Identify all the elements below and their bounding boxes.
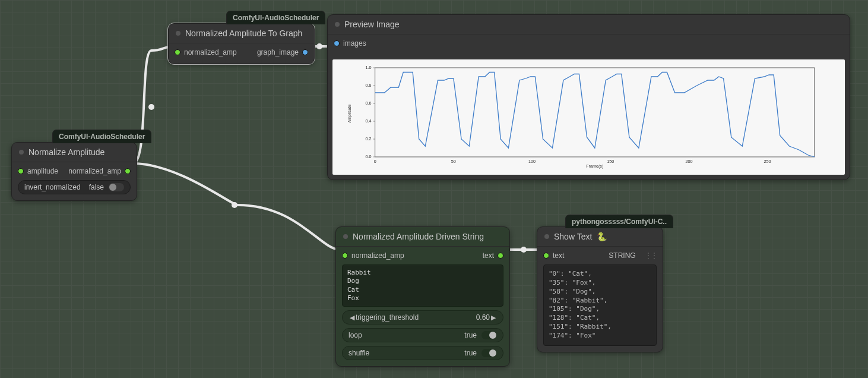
widget-loop[interactable]: loop true <box>342 328 503 342</box>
svg-text:0.2: 0.2 <box>366 137 372 141</box>
input-text[interactable]: text <box>543 251 564 260</box>
node-preview-image[interactable]: Preview Image images 0.00.20.40.60.81.0 … <box>327 14 850 180</box>
svg-text:50: 50 <box>451 159 456 164</box>
grip-icon: ⋮⋮ <box>645 251 657 260</box>
svg-point-3 <box>521 247 527 253</box>
node-title[interactable]: Normalized Amplitude To Graph <box>169 24 314 43</box>
widget-triggering-threshold[interactable]: ◀ triggering_threshold 0.60 ▶ <box>342 310 503 325</box>
collapse-dot-icon[interactable] <box>544 234 549 239</box>
input-normalized-amp[interactable]: normalized_amp <box>342 251 404 260</box>
title-text: Normalized Amplitude Driven String <box>353 232 484 241</box>
output-normalized-amp[interactable]: normalized_amp <box>68 167 131 175</box>
svg-text:150: 150 <box>607 159 614 164</box>
input-normalized-amp[interactable]: normalized_amp <box>175 48 237 56</box>
show-text-content[interactable]: "0": "Cat", "35": "Fox", "58": "Dog", "8… <box>543 264 657 346</box>
node-amp-driven-string[interactable]: Normalized Amplitude Driven String norma… <box>335 226 510 367</box>
widget-value: true <box>464 349 477 357</box>
collapse-dot-icon[interactable] <box>19 150 24 155</box>
widget-value: 0.60 <box>476 313 490 322</box>
node-amp-to-graph[interactable]: Normalized Amplitude To Graph normalized… <box>168 23 315 64</box>
node-normalize-amplitude[interactable]: Normalize Amplitude amplitude normalized… <box>11 142 137 201</box>
svg-text:200: 200 <box>685 159 692 164</box>
output-text[interactable]: text <box>483 251 503 260</box>
badge-graph: ComfyUI-AudioScheduler <box>226 11 325 24</box>
input-amplitude[interactable]: amplitude <box>18 167 58 175</box>
chevron-right-icon[interactable]: ▶ <box>490 314 497 322</box>
widget-label: loop <box>349 331 362 339</box>
collapse-dot-icon[interactable] <box>335 22 340 27</box>
node-title[interactable]: Preview Image <box>328 15 850 34</box>
svg-text:0.4: 0.4 <box>366 119 372 124</box>
title-text: Show Text <box>554 232 592 241</box>
collapse-dot-icon[interactable] <box>176 31 180 36</box>
svg-text:1.0: 1.0 <box>366 65 372 70</box>
svg-point-1 <box>232 202 237 208</box>
badge-showtext: pythongosssss/ComfyUI-C.. <box>565 215 673 228</box>
node-show-text[interactable]: Show Text 🐍 text STRING ⋮⋮ "0": "Cat", "… <box>537 226 663 352</box>
toggle-icon[interactable] <box>109 183 124 191</box>
widget-label: invert_normalized <box>24 183 81 191</box>
svg-point-2 <box>316 43 322 49</box>
widget-shuffle[interactable]: shuffle true <box>342 346 503 360</box>
badge-normalize: ComfyUI-AudioScheduler <box>52 130 151 143</box>
output-string[interactable]: STRING ⋮⋮ <box>609 251 657 260</box>
svg-text:Frame(s): Frame(s) <box>586 164 603 169</box>
svg-point-0 <box>148 104 154 110</box>
snake-icon: 🐍 <box>597 232 607 241</box>
node-title[interactable]: Show Text 🐍 <box>537 227 663 247</box>
widget-value: false <box>89 183 104 191</box>
input-images[interactable]: images <box>334 39 366 48</box>
title-text: Normalize Amplitude <box>28 147 104 157</box>
collapse-dot-icon[interactable] <box>343 234 348 239</box>
svg-text:Amplitude: Amplitude <box>347 104 351 122</box>
svg-text:0.8: 0.8 <box>366 83 372 88</box>
svg-text:250: 250 <box>764 159 771 164</box>
title-text: Normalized Amplitude To Graph <box>185 29 302 38</box>
title-text: Preview Image <box>344 20 400 29</box>
node-title[interactable]: Normalize Amplitude <box>12 143 137 162</box>
widget-invert-normalized[interactable]: invert_normalized false <box>18 180 131 194</box>
widget-label: shuffle <box>349 349 369 357</box>
toggle-icon[interactable] <box>481 349 497 357</box>
preview-surface: 0.00.20.40.60.81.0 050100150200250 Frame… <box>332 59 845 175</box>
chart-plot: 0.00.20.40.60.81.0 050100150200250 Frame… <box>338 63 839 170</box>
widget-value: true <box>464 331 477 339</box>
svg-text:0.0: 0.0 <box>366 155 372 159</box>
node-title[interactable]: Normalized Amplitude Driven String <box>336 227 509 247</box>
svg-text:0: 0 <box>374 159 376 164</box>
svg-text:0.6: 0.6 <box>366 101 372 106</box>
string-list-textarea[interactable]: Rabbit Dog Cat Fox <box>342 264 503 307</box>
output-graph-image[interactable]: graph_image <box>257 48 308 56</box>
toggle-icon[interactable] <box>481 331 497 339</box>
svg-text:100: 100 <box>528 159 536 164</box>
widget-label: triggering_threshold <box>356 313 419 322</box>
chevron-left-icon[interactable]: ◀ <box>349 314 356 322</box>
